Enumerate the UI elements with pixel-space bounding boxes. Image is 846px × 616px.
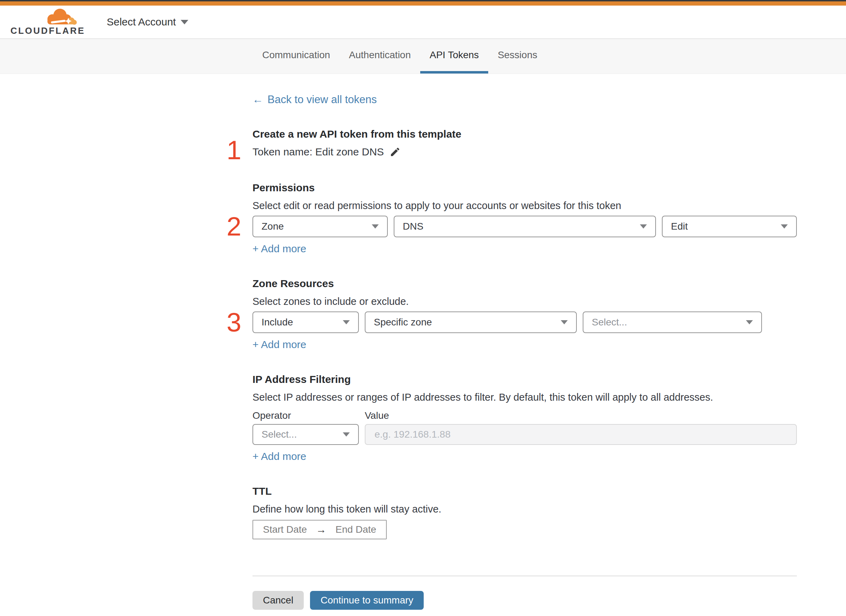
token-name-text: Token name: Edit zone DNS xyxy=(253,145,384,159)
right-arrow-icon: → xyxy=(316,524,327,535)
tab-bar: Communication Authentication API Tokens … xyxy=(0,39,846,74)
header: CLOUDFLARE Select Account xyxy=(0,6,846,39)
permissions-add-more-link[interactable]: + Add more xyxy=(253,243,306,255)
tab-api-tokens[interactable]: API Tokens xyxy=(420,39,488,73)
ttl-description: Define how long this token will stay act… xyxy=(253,502,797,516)
footer-divider xyxy=(253,576,797,576)
zone-resources-add-more-link[interactable]: + Add more xyxy=(253,339,306,351)
dropdown-caret-icon xyxy=(343,320,350,324)
ttl-heading: TTL xyxy=(253,485,797,498)
tab-sessions[interactable]: Sessions xyxy=(488,39,547,73)
dropdown-caret-icon xyxy=(372,224,379,229)
back-arrow-icon: ← xyxy=(253,93,263,106)
tab-communication[interactable]: Communication xyxy=(253,39,340,73)
main-content: ← Back to view all tokens 1 Create a new… xyxy=(0,74,846,610)
zone-include-dropdown[interactable]: Include xyxy=(253,311,359,333)
zone-resources-section: Zone Resources Select zones to include o… xyxy=(253,277,797,351)
operator-select-dropdown[interactable]: Select... xyxy=(253,424,359,445)
annotation-step-2: 2 xyxy=(216,213,241,240)
cancel-button[interactable]: Cancel xyxy=(253,591,304,610)
ip-value-input[interactable] xyxy=(365,424,797,445)
permissions-heading: Permissions xyxy=(253,181,797,194)
top-orange-strip xyxy=(0,1,846,6)
back-to-tokens-link[interactable]: ← Back to view all tokens xyxy=(253,93,377,106)
ttl-date-range-picker[interactable]: Start Date → End Date xyxy=(253,520,387,539)
ip-filtering-description: Select IP addresses or ranges of IP addr… xyxy=(253,390,797,404)
annotation-step-1: 1 xyxy=(216,137,241,163)
account-selector[interactable]: Select Account xyxy=(107,16,188,28)
dropdown-caret-icon xyxy=(640,224,647,229)
annotation-step-3: 3 xyxy=(216,309,241,336)
footer-actions: Cancel Continue to summary xyxy=(253,591,797,610)
edit-pencil-icon[interactable] xyxy=(390,146,401,157)
start-date-placeholder: Start Date xyxy=(263,524,307,535)
account-selector-label: Select Account xyxy=(107,16,176,28)
chevron-down-icon xyxy=(181,20,188,24)
permission-level-dropdown[interactable]: Edit xyxy=(662,216,797,237)
value-label: Value xyxy=(365,410,389,421)
end-date-placeholder: End Date xyxy=(335,524,376,535)
zone-specificity-dropdown[interactable]: Specific zone xyxy=(365,311,577,333)
zone-resources-heading: Zone Resources xyxy=(253,277,797,290)
dropdown-caret-icon xyxy=(561,320,568,324)
ip-filtering-heading: IP Address Filtering xyxy=(253,373,797,386)
permissions-section: Permissions Select edit or read permissi… xyxy=(253,181,797,255)
continue-to-summary-button[interactable]: Continue to summary xyxy=(310,591,424,610)
permission-group-dropdown[interactable]: DNS xyxy=(394,216,656,237)
dropdown-caret-icon xyxy=(746,320,753,324)
permissions-description: Select edit or read permissions to apply… xyxy=(253,199,797,212)
cloudflare-wordmark: CLOUDFLARE xyxy=(10,25,77,36)
zone-resources-description: Select zones to include or exclude. xyxy=(253,295,797,308)
ttl-section: TTL Define how long this token will stay… xyxy=(253,485,797,539)
cloudflare-logo[interactable]: CLOUDFLARE xyxy=(10,8,77,36)
dropdown-caret-icon xyxy=(781,224,788,229)
operator-label: Operator xyxy=(253,410,365,421)
ip-filtering-add-more-link[interactable]: + Add more xyxy=(253,450,306,462)
permission-scope-dropdown[interactable]: Zone xyxy=(253,216,388,237)
cloudflare-cloud-icon xyxy=(42,8,77,26)
page-title: Create a new API token from this templat… xyxy=(253,128,797,141)
tab-authentication[interactable]: Authentication xyxy=(340,39,420,73)
ip-filtering-section: IP Address Filtering Select IP addresses… xyxy=(253,373,797,462)
back-link-label: Back to view all tokens xyxy=(268,93,377,106)
token-name-section: 1 Create a new API token from this templ… xyxy=(253,128,797,159)
zone-select-dropdown[interactable]: Select... xyxy=(583,311,762,333)
dropdown-caret-icon xyxy=(343,433,350,437)
